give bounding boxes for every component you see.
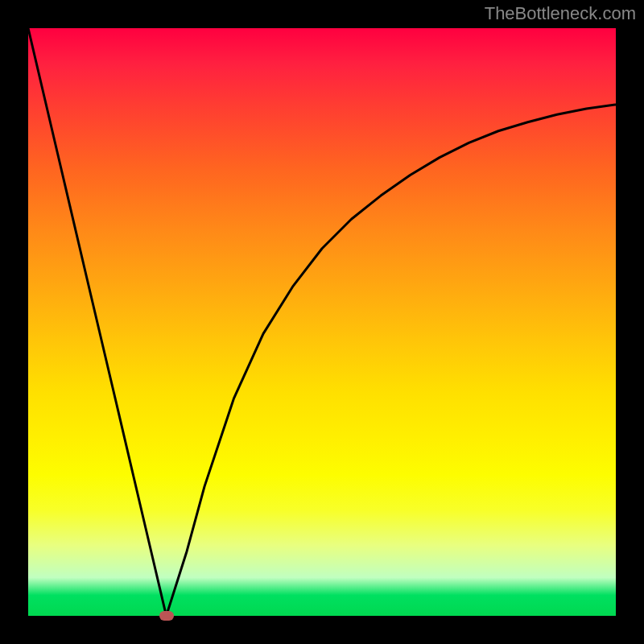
minimum-marker [159, 611, 174, 621]
bottleneck-curve [28, 28, 616, 616]
plot-area [28, 28, 616, 616]
watermark-text: TheBottleneck.com [485, 3, 636, 24]
